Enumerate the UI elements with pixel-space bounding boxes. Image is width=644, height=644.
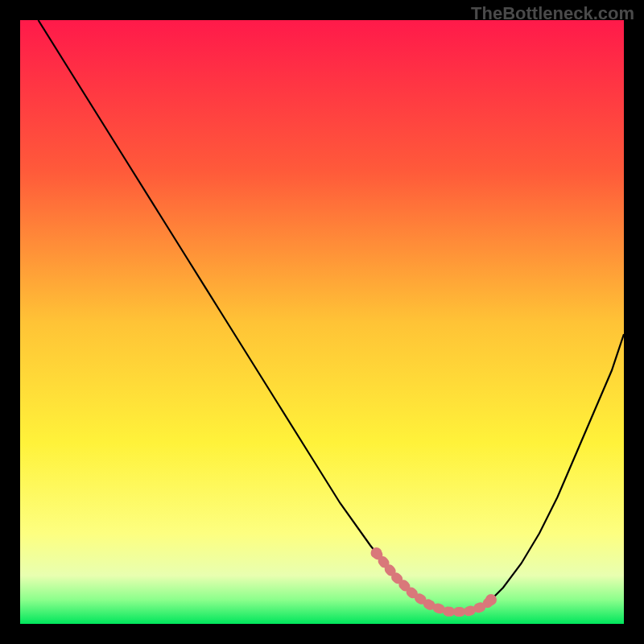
bottleneck-chart xyxy=(20,20,624,624)
svg-point-1 xyxy=(485,594,497,605)
watermark-text: TheBottleneck.com xyxy=(471,3,634,24)
chart-background xyxy=(20,20,624,624)
svg-point-0 xyxy=(371,547,382,559)
chart-area xyxy=(20,20,624,624)
